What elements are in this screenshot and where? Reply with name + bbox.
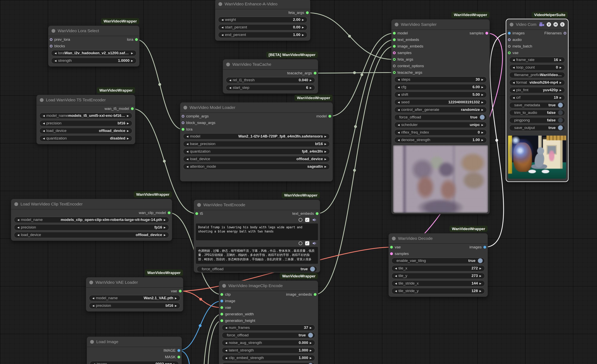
input-dot-model[interactable] [393,32,396,35]
decrement-arrow-icon[interactable]: ◀ [396,78,401,81]
decrement-arrow-icon[interactable]: ◀ [396,101,401,104]
checkbox-icon[interactable]: ✓ [305,218,309,222]
widget-num_frames[interactable]: ◀num_frames37▶ [222,325,315,331]
collapse-dot-icon[interactable] [226,63,230,66]
toggle-dot[interactable] [308,363,313,364]
widget-save_metadata[interactable]: save_metadatatrue [509,102,565,108]
output-dot-wan_clip_model[interactable] [168,212,171,214]
increment-arrow-icon[interactable]: ▶ [558,96,563,99]
widget-attention_mode[interactable]: ◀attention_modesageattn▶ [183,164,330,170]
increment-arrow-icon[interactable]: ▶ [480,108,485,111]
widget-tile_x[interactable]: ◀tile_x272▶ [392,265,485,271]
increment-arrow-icon[interactable]: ▶ [480,78,485,81]
increment-arrow-icon[interactable]: ▶ [174,297,178,300]
input-dot-generation_width[interactable] [220,313,223,316]
increment-arrow-icon[interactable]: ▶ [301,26,305,29]
toggle-dot[interactable] [480,115,485,120]
node-title-bar[interactable]: WanVideo Model Loader [180,103,333,113]
increment-arrow-icon[interactable]: ▶ [130,59,134,62]
widget-shift[interactable]: ◀shift5.00▶ [394,91,487,98]
output-dot-Filenames[interactable] [564,32,566,35]
increment-arrow-icon[interactable]: ▶ [558,58,563,61]
widget-precision[interactable]: ◀precisionbf16▶ [39,120,132,126]
widget-load_device[interactable]: ◀load_deviceoffload_device▶ [183,156,330,162]
widget-load_device[interactable]: ◀load_deviceoffload_device▶ [39,128,132,134]
node-title-bar[interactable]: WanVideo Enhance-A-Video [215,0,310,9]
increment-arrow-icon[interactable]: ▶ [323,135,328,138]
widget-quantization[interactable]: ◀quantizationdisabled▶ [39,135,132,142]
decrement-arrow-icon[interactable]: ◀ [53,52,58,55]
increment-arrow-icon[interactable]: ▶ [558,81,563,84]
decrement-arrow-icon[interactable]: ◀ [16,234,21,236]
increment-arrow-icon[interactable]: ▶ [558,89,563,91]
output-dot-samples[interactable] [485,32,488,35]
increment-arrow-icon[interactable]: ▶ [126,114,130,117]
decrement-arrow-icon[interactable]: ◀ [511,66,516,69]
decrement-arrow-icon[interactable]: ◀ [396,86,401,89]
input-dot-samples[interactable] [393,52,396,54]
widget-trim_to_audio[interactable]: trim_to_audiofalse [509,110,565,116]
widget-pingpong[interactable]: pingpongfalse [509,117,565,123]
widget-strength[interactable]: ◀strength1.0000▶ [51,58,136,64]
widget-latent_strength[interactable]: ◀latent_strength1.000▶ [222,347,315,353]
node-title-bar[interactable]: WanVideo TextEncode [194,200,320,210]
increment-arrow-icon[interactable]: ▶ [130,52,134,55]
increment-arrow-icon[interactable]: ▶ [308,79,313,82]
widget-adjust_resolution[interactable]: adjust_resolutiontrue [222,362,315,364]
decrement-arrow-icon[interactable]: ◀ [91,297,95,300]
widget-model_name[interactable]: ◀model_namemodels_t5_umt5-xxl-enc-bf16.p… [39,113,132,119]
widget-format[interactable]: ◀formatvideo/h264-mp4▶ [509,79,565,86]
input-dot-clip[interactable] [220,293,223,296]
collapse-dot-icon[interactable] [222,284,226,288]
toggle-dot[interactable] [558,103,563,107]
decrement-arrow-icon[interactable]: ◀ [185,165,189,168]
collapse-dot-icon[interactable] [392,237,396,240]
decrement-arrow-icon[interactable]: ◀ [396,123,401,126]
increment-arrow-icon[interactable]: ▶ [480,93,485,96]
decrement-arrow-icon[interactable]: ◀ [511,58,516,61]
input-dot-feta_args[interactable] [393,58,396,61]
increment-arrow-icon[interactable]: ▶ [301,18,305,21]
node-title-bar[interactable]: WanVideo ImageClip Encode [219,281,318,291]
collapse-dot-icon[interactable] [197,203,201,207]
node-title-bar[interactable]: Load WanVideo Clip TextEncoder [11,199,172,209]
widget-rel_l1_thresh[interactable]: ◀rel_l1_thresh0.040▶ [226,77,315,83]
increment-arrow-icon[interactable]: ▶ [323,165,328,168]
decrement-arrow-icon[interactable]: ◀ [92,363,96,364]
widget-force_offload[interactable]: force_offloadtrue [222,332,315,338]
circle-toggle-icon[interactable] [298,241,302,245]
output-dot-teacache_args[interactable] [314,72,316,75]
node-load-image[interactable]: Load ImageIMAGEMASK◀image0002.png▶ [87,337,182,364]
widget-load_device[interactable]: ◀load_deviceoffload_device▶ [14,232,169,238]
input-dot-images[interactable] [508,32,511,35]
increment-arrow-icon[interactable]: ▶ [478,267,483,270]
increment-arrow-icon[interactable]: ▶ [478,282,483,285]
decrement-arrow-icon[interactable]: ◀ [220,33,225,36]
output-dot-model[interactable] [329,115,331,118]
widget-steps[interactable]: ◀steps30▶ [394,76,487,83]
output-dot-IMAGE[interactable] [177,349,180,352]
node-clip-textencoder-loader[interactable]: WanVideoWrapperLoad WanVideo Clip TextEn… [11,199,172,241]
node-t5-textencoder-loader[interactable]: WanVideoWrapperLoad WanVideo T5 TextEnco… [36,95,135,144]
node-title-bar[interactable]: WanVideo Lora Select [48,26,139,36]
decrement-arrow-icon[interactable]: ◀ [511,81,516,84]
input-dot-compile_args[interactable] [182,115,184,118]
decrement-arrow-icon[interactable]: ◀ [394,274,398,277]
toggle-dot[interactable] [558,118,563,123]
increment-arrow-icon[interactable]: ▶ [163,226,167,229]
collapse-dot-icon[interactable] [183,106,187,109]
decrement-arrow-icon[interactable]: ◀ [42,129,46,132]
decrement-arrow-icon[interactable]: ◀ [16,218,21,221]
decrement-arrow-icon[interactable]: ◀ [220,18,225,21]
decrement-arrow-icon[interactable]: ◀ [53,59,58,62]
node-textencode[interactable]: WanVideoWrapperWanVideo TextEncodet5text… [194,200,320,273]
collapse-dot-icon[interactable] [52,29,55,33]
widget-control_after_generate[interactable]: ◀control_after_generaterandomize▶ [394,107,487,113]
decrement-arrow-icon[interactable]: ◀ [224,326,228,329]
increment-arrow-icon[interactable]: ▶ [478,274,483,277]
collapse-dot-icon[interactable] [90,340,94,344]
node-vae-loader[interactable]: WanVideoWrapperWanVideo VAE Loadervae◀mo… [86,277,183,311]
increment-arrow-icon[interactable]: ▶ [308,356,313,359]
decrement-arrow-icon[interactable]: ◀ [91,304,95,307]
increment-arrow-icon[interactable]: ▶ [308,349,313,352]
